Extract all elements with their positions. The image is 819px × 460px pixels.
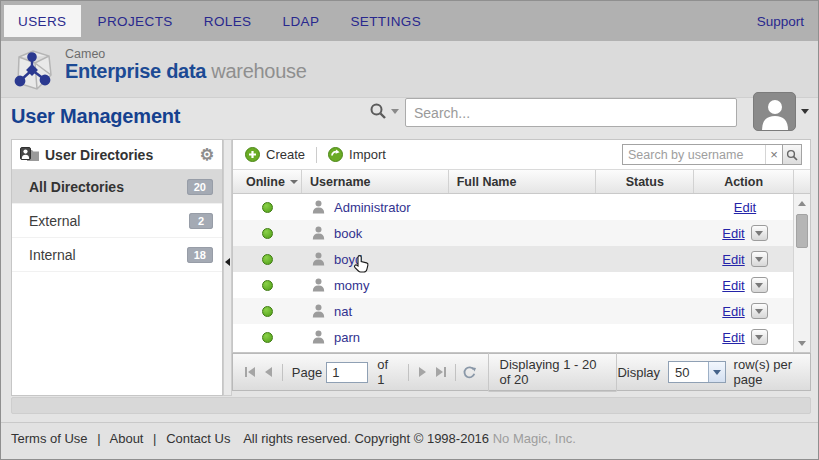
- clear-search-icon[interactable]: ×: [765, 145, 782, 164]
- username-link[interactable]: nat: [334, 304, 352, 319]
- user-icon: [312, 304, 325, 318]
- edit-menu-button[interactable]: [751, 225, 768, 241]
- edit-menu-button[interactable]: [751, 303, 768, 319]
- column-header-status[interactable]: Status: [596, 170, 694, 193]
- status-cell: [597, 298, 695, 324]
- count-badge: 20: [187, 179, 213, 195]
- sidebar-header: User Directories ⚙: [12, 140, 222, 170]
- edit-link[interactable]: Edit: [722, 252, 744, 267]
- import-button[interactable]: Import: [320, 147, 394, 162]
- table-row-parn[interactable]: parn Edit: [233, 324, 810, 350]
- username-link[interactable]: momy: [334, 278, 369, 293]
- chevron-down-icon: [755, 335, 763, 340]
- search-icon[interactable]: [369, 102, 387, 120]
- page-size-select[interactable]: 50: [668, 361, 726, 383]
- table-row-administrator[interactable]: Administrator Edit: [233, 194, 810, 220]
- online-cell: [233, 272, 302, 298]
- nav-tab-ldap[interactable]: LDAP: [269, 5, 334, 37]
- online-indicator: [262, 202, 273, 213]
- sidebar-item-all-directories[interactable]: All Directories 20: [12, 170, 222, 204]
- create-button[interactable]: Create: [237, 147, 313, 162]
- top-nav: USERS PROJECTS ROLES LDAP SETTINGS Suppo…: [1, 1, 818, 41]
- displaying-status: Displaying 1 - 20 of 20: [488, 352, 618, 392]
- submit-search-button[interactable]: [782, 145, 801, 164]
- vertical-scrollbar[interactable]: [793, 194, 810, 352]
- table-row-boyd[interactable]: boyd Edit: [233, 246, 810, 272]
- edit-link[interactable]: Edit: [722, 278, 744, 293]
- next-page-button[interactable]: [414, 361, 432, 383]
- table-row-nat[interactable]: nat Edit: [233, 298, 810, 324]
- first-page-button[interactable]: [241, 361, 259, 383]
- nav-tab-users[interactable]: USERS: [4, 5, 81, 37]
- display-label: Display: [617, 365, 660, 380]
- status-cell: [597, 220, 695, 246]
- edit-menu-button[interactable]: [751, 277, 768, 293]
- username-link[interactable]: parn: [334, 330, 360, 345]
- username-search-input[interactable]: [623, 145, 765, 164]
- action-cell: Edit: [695, 246, 795, 272]
- page-number-input[interactable]: [326, 362, 368, 383]
- footer: Terms of Use | About | Contact Us All ri…: [1, 423, 818, 460]
- sidebar-item-external[interactable]: External 2: [12, 204, 222, 238]
- nav-tab-settings[interactable]: SETTINGS: [336, 5, 435, 37]
- username-link[interactable]: Administrator: [334, 200, 411, 215]
- scroll-up-icon[interactable]: [794, 195, 810, 211]
- edit-menu-button[interactable]: [751, 329, 768, 345]
- column-header-online[interactable]: Online: [233, 170, 302, 193]
- edit-link[interactable]: Edit: [722, 304, 744, 319]
- column-header-username[interactable]: Username: [302, 170, 449, 193]
- panel-splitter[interactable]: [223, 139, 232, 396]
- avatar-menu-caret-icon[interactable]: [801, 109, 809, 114]
- last-page-button[interactable]: [432, 361, 450, 383]
- sidebar-item-label: Internal: [29, 247, 76, 263]
- scroll-down-icon[interactable]: [794, 335, 810, 351]
- edit-link[interactable]: Edit: [722, 330, 744, 345]
- username-cell: Administrator: [302, 194, 449, 220]
- refresh-icon[interactable]: [461, 361, 479, 383]
- username-cell: book: [302, 220, 449, 246]
- column-header-fullname[interactable]: Full Name: [449, 170, 597, 193]
- status-cell: [597, 194, 695, 220]
- global-search-input[interactable]: [405, 98, 737, 127]
- user-icon: [312, 330, 325, 344]
- fullname-cell: [449, 272, 597, 298]
- user-directories-panel: User Directories ⚙ All Directories 20 Ex…: [11, 139, 223, 396]
- prev-page-button[interactable]: [259, 361, 277, 383]
- toolbar-divider: [316, 147, 317, 163]
- edit-menu-button[interactable]: [751, 251, 768, 267]
- search-scope-caret-icon[interactable]: [391, 109, 399, 114]
- action-cell: Edit: [695, 324, 795, 350]
- user-avatar[interactable]: [753, 92, 796, 131]
- fullname-cell: [449, 194, 597, 220]
- user-icon: [312, 278, 325, 292]
- gear-icon[interactable]: ⚙: [200, 147, 214, 163]
- user-icon: [312, 226, 325, 240]
- table-row-book[interactable]: book Edit: [233, 220, 810, 246]
- scrollbar-thumb[interactable]: [796, 214, 808, 248]
- collapse-panel-icon[interactable]: [225, 258, 230, 266]
- online-cell: [233, 194, 302, 220]
- nav-tab-roles[interactable]: ROLES: [190, 5, 266, 37]
- username-link[interactable]: book: [334, 226, 362, 241]
- cameo-logo-icon: [9, 47, 57, 93]
- edit-link[interactable]: Edit: [734, 200, 756, 215]
- support-link[interactable]: Support: [757, 14, 804, 29]
- username-cell: parn: [302, 324, 449, 350]
- action-cell: Edit: [695, 272, 795, 298]
- column-header-stub: [794, 170, 810, 193]
- edit-link[interactable]: Edit: [722, 226, 744, 241]
- users-toolbar: Create Import ×: [233, 140, 810, 170]
- sidebar-item-internal[interactable]: Internal 18: [12, 238, 222, 272]
- fullname-cell: [449, 298, 597, 324]
- user-icon: [312, 252, 325, 266]
- column-header-action[interactable]: Action: [694, 170, 794, 193]
- page-title: User Management: [11, 105, 180, 128]
- username-link[interactable]: boyd: [334, 252, 362, 267]
- header-band: Cameo Enterprise data warehouse: [1, 41, 818, 98]
- nav-tab-projects[interactable]: PROJECTS: [84, 5, 187, 37]
- count-badge: 2: [189, 213, 213, 229]
- sidebar-title: User Directories: [45, 147, 153, 163]
- table-row-momy[interactable]: momy Edit: [233, 272, 810, 298]
- avatar-silhouette-icon: [758, 96, 792, 130]
- fullname-cell: [449, 246, 597, 272]
